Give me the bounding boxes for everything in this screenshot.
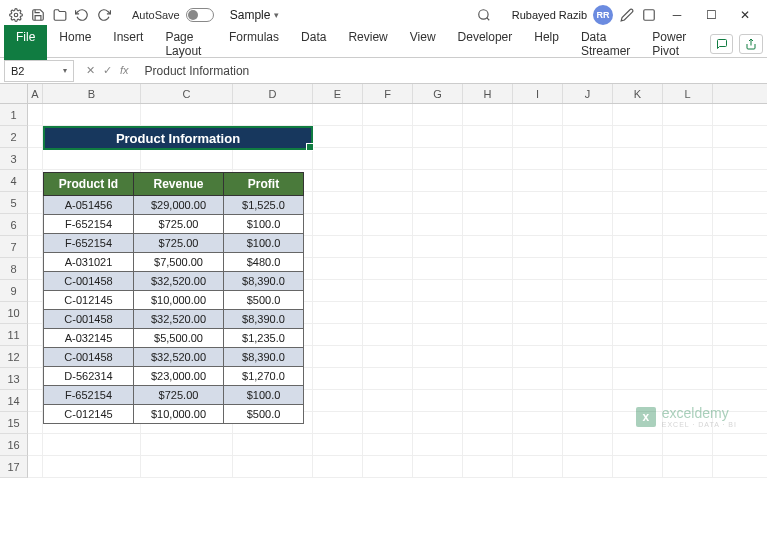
table-cell[interactable]: $1,270.0 <box>224 367 304 386</box>
cell[interactable] <box>663 346 713 367</box>
search-icon[interactable] <box>476 7 492 23</box>
table-cell[interactable]: $500.0 <box>224 291 304 310</box>
cell[interactable] <box>513 390 563 411</box>
cell[interactable] <box>363 412 413 433</box>
cell[interactable] <box>313 236 363 257</box>
row-header-9[interactable]: 9 <box>0 280 28 302</box>
cell[interactable] <box>513 280 563 301</box>
table-cell[interactable]: $8,390.0 <box>224 310 304 329</box>
cell[interactable] <box>563 434 613 455</box>
cell[interactable] <box>28 148 43 169</box>
cell[interactable] <box>313 346 363 367</box>
cell[interactable] <box>363 280 413 301</box>
cell[interactable] <box>313 170 363 191</box>
cell[interactable] <box>413 126 463 147</box>
comments-button[interactable] <box>710 34 734 54</box>
cell[interactable] <box>313 412 363 433</box>
cell[interactable] <box>313 368 363 389</box>
table-cell[interactable]: $500.0 <box>224 405 304 424</box>
table-cell[interactable]: $100.0 <box>224 386 304 405</box>
cell[interactable] <box>363 192 413 213</box>
cell[interactable] <box>563 280 613 301</box>
tab-page-layout[interactable]: Page Layout <box>155 25 217 63</box>
cell[interactable] <box>663 170 713 191</box>
fx-icon[interactable]: fx <box>120 64 129 77</box>
table-header[interactable]: Product Id <box>44 173 134 196</box>
row-header-15[interactable]: 15 <box>0 412 28 434</box>
tab-file[interactable]: File <box>4 25 47 63</box>
cell[interactable] <box>141 434 233 455</box>
cell[interactable] <box>463 258 513 279</box>
cell[interactable] <box>28 368 43 389</box>
cell[interactable] <box>43 434 141 455</box>
table-cell[interactable]: $10,000.00 <box>134 405 224 424</box>
cell[interactable] <box>463 170 513 191</box>
cell[interactable] <box>28 280 43 301</box>
table-cell[interactable]: A-031021 <box>44 253 134 272</box>
cell[interactable] <box>28 434 43 455</box>
table-cell[interactable]: $8,390.0 <box>224 272 304 291</box>
cell[interactable] <box>663 368 713 389</box>
table-cell[interactable]: D-562314 <box>44 367 134 386</box>
cell[interactable] <box>413 280 463 301</box>
column-header-B[interactable]: B <box>43 84 141 103</box>
cell[interactable] <box>613 346 663 367</box>
cell[interactable] <box>613 324 663 345</box>
row-header-6[interactable]: 6 <box>0 214 28 236</box>
cell[interactable] <box>513 258 563 279</box>
column-header-L[interactable]: L <box>663 84 713 103</box>
table-header[interactable]: Revenue <box>134 173 224 196</box>
column-header-F[interactable]: F <box>363 84 413 103</box>
cell[interactable] <box>313 258 363 279</box>
close-button[interactable]: ✕ <box>731 4 759 26</box>
table-cell[interactable]: F-652154 <box>44 215 134 234</box>
cell[interactable] <box>363 258 413 279</box>
cell[interactable] <box>563 456 613 477</box>
row-header-1[interactable]: 1 <box>0 104 28 126</box>
cell[interactable] <box>233 434 313 455</box>
cell[interactable] <box>513 170 563 191</box>
cell[interactable] <box>363 104 413 125</box>
cell[interactable] <box>141 456 233 477</box>
table-cell[interactable]: F-652154 <box>44 386 134 405</box>
cell[interactable] <box>513 236 563 257</box>
column-header-C[interactable]: C <box>141 84 233 103</box>
cell[interactable] <box>663 324 713 345</box>
cell[interactable] <box>413 258 463 279</box>
table-cell[interactable]: $7,500.00 <box>134 253 224 272</box>
table-cell[interactable]: $100.0 <box>224 234 304 253</box>
row-header-17[interactable]: 17 <box>0 456 28 478</box>
cell[interactable] <box>563 412 613 433</box>
cell[interactable] <box>563 258 613 279</box>
cell[interactable] <box>463 412 513 433</box>
cell[interactable] <box>463 104 513 125</box>
cell[interactable] <box>313 214 363 235</box>
minimize-button[interactable]: ─ <box>663 4 691 26</box>
cell[interactable] <box>413 214 463 235</box>
undo-icon[interactable] <box>74 7 90 23</box>
cell[interactable] <box>563 368 613 389</box>
cell[interactable] <box>663 280 713 301</box>
table-cell[interactable]: C-001458 <box>44 272 134 291</box>
cell[interactable] <box>513 368 563 389</box>
cell[interactable] <box>363 434 413 455</box>
cell[interactable] <box>613 368 663 389</box>
cell[interactable] <box>663 214 713 235</box>
cell[interactable] <box>363 126 413 147</box>
column-header-D[interactable]: D <box>233 84 313 103</box>
table-cell[interactable]: C-001458 <box>44 310 134 329</box>
cell[interactable] <box>563 236 613 257</box>
row-header-4[interactable]: 4 <box>0 170 28 192</box>
cell[interactable] <box>363 214 413 235</box>
cell[interactable] <box>413 456 463 477</box>
cell[interactable] <box>563 324 613 345</box>
row-header-3[interactable]: 3 <box>0 148 28 170</box>
cell[interactable] <box>563 390 613 411</box>
row-header-14[interactable]: 14 <box>0 390 28 412</box>
formula-input[interactable]: Product Information <box>137 64 767 78</box>
table-cell[interactable]: $725.00 <box>134 215 224 234</box>
cell[interactable] <box>463 368 513 389</box>
tab-developer[interactable]: Developer <box>448 25 523 63</box>
cell[interactable] <box>513 456 563 477</box>
cell[interactable] <box>463 346 513 367</box>
